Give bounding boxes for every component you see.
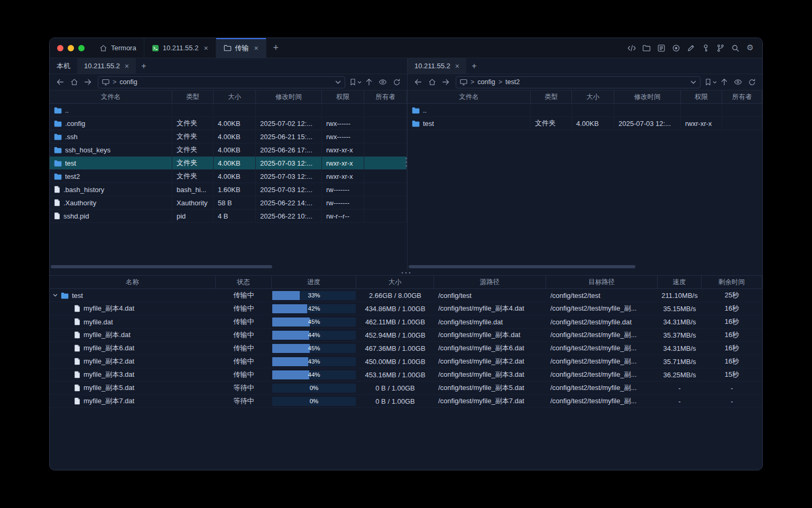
transfer-row[interactable]: test传输中33%2.66GB / 8.00GB/config/test/co… xyxy=(50,289,762,302)
file-row[interactable]: .config文件夹4.00KB2025-07-02 12:...rwx----… xyxy=(50,117,407,130)
branch-icon[interactable] xyxy=(715,42,726,54)
bookmark-icon[interactable] xyxy=(349,76,362,88)
breadcrumb-segment-config[interactable]: config xyxy=(119,78,137,86)
close-window-button[interactable] xyxy=(57,45,63,51)
column-header-item[interactable]: 修改时间 xyxy=(614,90,681,103)
file-row[interactable]: .XauthorityXauthority58 B2025-06-22 14:.… xyxy=(50,196,407,210)
breadcrumb-segment-config[interactable]: config xyxy=(477,78,495,86)
forward-icon[interactable] xyxy=(81,76,94,88)
file-tab-10-211-55-2[interactable]: 10.211.55.2× xyxy=(408,58,466,74)
search-icon[interactable] xyxy=(730,42,741,54)
column-header-item[interactable]: 类型 xyxy=(531,90,572,103)
forward-icon[interactable] xyxy=(439,76,452,88)
minimize-window-button[interactable] xyxy=(68,45,74,51)
transfer-column-header-item[interactable]: 源路径 xyxy=(434,276,546,288)
path-bar[interactable]: >config>test2 xyxy=(456,76,700,88)
horizontal-scrollbar[interactable] xyxy=(409,265,635,268)
chevron-down-icon[interactable] xyxy=(690,80,696,84)
folder-icon[interactable] xyxy=(641,42,652,54)
file-row[interactable]: test文件夹4.00KB2025-07-03 12:...rwxr-xr-x xyxy=(408,117,762,130)
column-header-item[interactable]: 大小 xyxy=(214,90,256,103)
bookmark-icon[interactable] xyxy=(704,76,717,88)
transfer-column-header-item[interactable]: 速度 xyxy=(658,276,702,288)
app-tab-host-10-211-55-2[interactable]: 10.211.55.2× xyxy=(144,38,216,58)
file-row[interactable]: test文件夹4.00KB2025-07-03 12:...rwxr-xr-x xyxy=(50,157,407,170)
transfer-progress-cell: 33% xyxy=(272,289,356,302)
transfer-column-header-item[interactable]: 目标路径 xyxy=(546,276,658,288)
transfer-target-path: /config/test2/test/myfile_副... xyxy=(546,368,658,381)
transfer-target-path: /config/test2/test/myfile_副... xyxy=(546,342,658,355)
eye-icon[interactable] xyxy=(732,76,744,88)
progress-bar: 45% xyxy=(272,318,356,326)
file-row[interactable]: .ssh文件夹4.00KB2025-06-21 15:...rwx------ xyxy=(50,130,407,143)
app-tab-transfer[interactable]: 传输× xyxy=(216,38,266,58)
transfer-row[interactable]: myfile_副本3.dat传输中44%453.16MB / 1.00GB/co… xyxy=(50,368,762,382)
back-icon[interactable] xyxy=(54,76,67,88)
home-icon[interactable] xyxy=(426,76,438,88)
right-file-table: ..test文件夹4.00KB2025-07-03 12:...rwxr-xr-… xyxy=(408,104,762,270)
horizontal-scrollbar[interactable] xyxy=(51,265,272,268)
new-file-tab-button[interactable]: + xyxy=(136,58,152,74)
file-tab-item[interactable]: 本机 xyxy=(50,58,77,74)
transfer-row[interactable]: myfile_副本5.dat等待中0%0 B / 1.00GB/config/t… xyxy=(50,382,762,395)
column-header-item[interactable]: 修改时间 xyxy=(256,90,322,103)
close-tab-icon[interactable]: × xyxy=(204,44,208,52)
home-icon[interactable] xyxy=(68,76,80,88)
expand-chevron-icon[interactable] xyxy=(53,294,58,297)
transfer-column-header-item[interactable]: 进度 xyxy=(272,276,356,288)
edit-icon[interactable] xyxy=(685,42,697,54)
settings-icon[interactable]: ⚙ xyxy=(744,42,756,54)
transfer-row[interactable]: myfile_副本.dat传输中44%452.94MB / 1.00GB/con… xyxy=(50,329,762,342)
column-header-item[interactable]: 权限 xyxy=(681,90,722,103)
code-icon[interactable] xyxy=(626,42,638,54)
refresh-icon[interactable] xyxy=(745,76,758,88)
up-icon[interactable] xyxy=(363,76,375,88)
close-tab-icon[interactable]: × xyxy=(254,44,259,52)
column-header-item[interactable]: 权限 xyxy=(322,90,364,103)
column-header-item[interactable]: 文件名 xyxy=(50,90,172,103)
column-header-item[interactable]: 所有者 xyxy=(364,90,407,103)
column-header-item[interactable]: 大小 xyxy=(572,90,614,103)
zoom-window-button[interactable] xyxy=(78,45,85,51)
close-tab-icon[interactable]: × xyxy=(125,62,129,70)
key-icon[interactable] xyxy=(700,42,712,54)
transfer-row[interactable]: myfile_副本6.dat传输中45%467.36MB / 1.00GB/co… xyxy=(50,342,762,355)
column-header-item[interactable]: 所有者 xyxy=(722,90,762,103)
column-header-item[interactable]: 文件名 xyxy=(408,90,531,103)
progress-bar: 42% xyxy=(272,304,356,313)
transfer-row[interactable]: myfile_副本7.dat等待中0%0 B / 1.00GB/config/t… xyxy=(50,395,762,408)
file-row[interactable]: .bash_historybash_hi...1.60KB2025-07-03 … xyxy=(50,183,407,196)
column-header-item[interactable]: 类型 xyxy=(172,90,214,103)
chevron-down-icon[interactable] xyxy=(335,80,341,84)
transfer-column-header-item[interactable]: 大小 xyxy=(356,276,434,288)
file-row[interactable]: sshd.pidpid4 B2025-06-22 10:...rw-r--r-- xyxy=(50,210,407,223)
transfer-row[interactable]: myfile.dat传输中45%462.11MB / 1.00GB/config… xyxy=(50,315,762,329)
new-tab-button[interactable]: + xyxy=(266,38,285,58)
progress-percent: 45% xyxy=(272,318,356,326)
record-icon[interactable] xyxy=(670,42,682,54)
splitter-grip-icon[interactable] xyxy=(402,272,411,274)
new-file-tab-button[interactable]: + xyxy=(466,58,482,74)
log-icon[interactable] xyxy=(656,42,667,54)
splitter-grip-icon[interactable] xyxy=(405,158,407,167)
close-tab-icon[interactable]: × xyxy=(455,62,459,70)
up-icon[interactable] xyxy=(718,76,731,88)
refresh-icon[interactable] xyxy=(390,76,403,88)
transfer-row[interactable]: myfile_副本2.dat传输中43%450.00MB / 1.00GB/co… xyxy=(50,355,762,368)
transfer-column-header-item[interactable]: 剩余时间 xyxy=(702,276,762,288)
transfer-column-header-item[interactable]: 状态 xyxy=(216,276,272,288)
breadcrumb-segment-test2[interactable]: test2 xyxy=(505,78,520,86)
back-icon[interactable] xyxy=(412,76,425,88)
file-row[interactable]: .. xyxy=(50,104,407,117)
transfer-splitter[interactable] xyxy=(50,270,762,275)
file-row[interactable]: ssh_host_keys文件夹4.00KB2025-06-26 17:...r… xyxy=(50,143,407,157)
file-row[interactable]: test2文件夹4.00KB2025-07-03 12:...rwxr-xr-x xyxy=(50,170,407,183)
transfer-row[interactable]: myfile_副本4.dat传输中42%434.86MB / 1.00GB/co… xyxy=(50,302,762,315)
app-tab-termora[interactable]: Termora xyxy=(92,38,144,58)
path-bar[interactable]: >config xyxy=(98,76,345,88)
file-row[interactable]: .. xyxy=(408,104,762,117)
progress-percent: 42% xyxy=(272,304,356,313)
file-tab-10-211-55-2[interactable]: 10.211.55.2× xyxy=(77,58,136,74)
eye-icon[interactable] xyxy=(376,76,389,88)
transfer-column-header-item[interactable]: 名称 xyxy=(50,276,216,288)
